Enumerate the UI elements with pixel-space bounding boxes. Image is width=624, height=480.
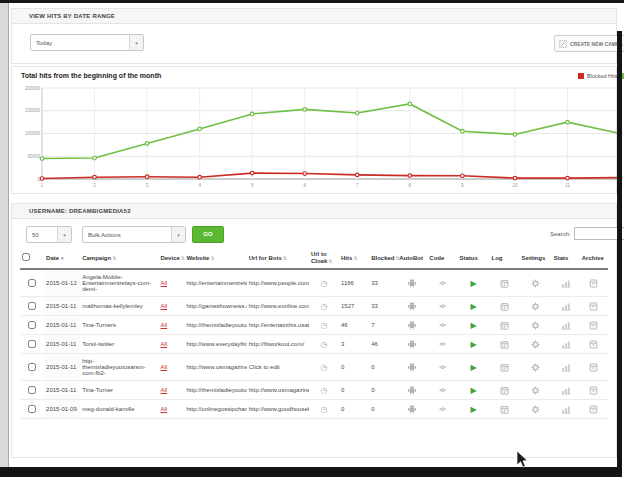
settings-gear-icon[interactable] — [531, 363, 540, 372]
status-active-icon[interactable]: ▶ — [470, 321, 476, 330]
log-icon[interactable] — [500, 279, 509, 288]
archive-icon[interactable] — [589, 321, 598, 330]
device-link[interactable]: All — [160, 406, 167, 412]
page-size-select[interactable]: 50 ▾ — [26, 226, 72, 243]
cell-log[interactable] — [490, 400, 520, 419]
cell-settings[interactable] — [520, 269, 552, 297]
stats-chart-icon[interactable] — [561, 279, 571, 288]
cell-log[interactable] — [490, 316, 520, 335]
code-icon[interactable]: </> — [439, 364, 445, 370]
date-range-select[interactable]: Today ▾ — [30, 34, 144, 51]
cell-stats[interactable] — [552, 316, 580, 335]
settings-gear-icon[interactable] — [531, 279, 540, 288]
column-header-url-to-cloak[interactable]: Url to Cloak⇅ — [309, 248, 339, 269]
cell-archive[interactable] — [580, 269, 608, 297]
log-icon[interactable] — [500, 363, 509, 372]
stats-chart-icon[interactable] — [561, 386, 571, 395]
column-header-date[interactable]: Date▼ — [44, 248, 80, 269]
cell-status[interactable]: ▶ — [457, 400, 489, 419]
settings-gear-icon[interactable] — [531, 386, 540, 395]
log-icon[interactable] — [500, 321, 509, 330]
archive-icon[interactable] — [589, 302, 598, 311]
cell-log[interactable] — [490, 381, 520, 400]
cell-stats[interactable] — [552, 400, 580, 419]
cell-log[interactable] — [490, 269, 520, 297]
cell-stats[interactable] — [552, 354, 580, 381]
log-icon[interactable] — [500, 340, 509, 349]
row-checkbox[interactable] — [28, 302, 36, 310]
cell-code[interactable]: </> — [427, 269, 457, 297]
cell-status[interactable]: ▶ — [457, 297, 489, 316]
code-icon[interactable]: </> — [439, 406, 445, 412]
cell-stats[interactable] — [552, 381, 580, 400]
cell-stats[interactable] — [552, 297, 580, 316]
archive-icon[interactable] — [589, 386, 598, 395]
device-link[interactable]: All — [160, 322, 167, 328]
cell-settings[interactable] — [520, 297, 552, 316]
column-header-campaign[interactable]: Campaign⇅ — [80, 248, 158, 269]
cell-status[interactable]: ▶ — [457, 335, 489, 354]
settings-gear-icon[interactable] — [531, 340, 540, 349]
status-active-icon[interactable]: ▶ — [470, 363, 476, 372]
device-link[interactable]: All — [160, 364, 167, 370]
cell-stats[interactable] — [552, 269, 580, 297]
log-icon[interactable] — [500, 405, 509, 414]
log-icon[interactable] — [500, 302, 509, 311]
cell-settings[interactable] — [520, 316, 552, 335]
cell-code[interactable]: </> — [427, 354, 457, 381]
create-new-campaign-button[interactable]: CREATE NEW CAMPA — [554, 35, 624, 52]
archive-icon[interactable] — [589, 279, 598, 288]
status-active-icon[interactable]: ▶ — [470, 405, 476, 414]
row-checkbox[interactable] — [28, 405, 36, 413]
go-button[interactable]: GO — [192, 226, 224, 243]
settings-gear-icon[interactable] — [531, 405, 540, 414]
row-checkbox[interactable] — [28, 340, 36, 348]
cell-archive[interactable] — [580, 381, 608, 400]
cell-code[interactable]: </> — [427, 316, 457, 335]
cell-log[interactable] — [490, 354, 520, 381]
row-checkbox[interactable] — [28, 363, 36, 371]
column-header-url-for-bots[interactable]: Url for Bots⇅ — [247, 248, 309, 269]
column-header-hits[interactable]: Hits⇅ — [339, 248, 369, 269]
row-checkbox[interactable] — [28, 321, 36, 329]
archive-icon[interactable] — [589, 405, 598, 414]
select-all-checkbox[interactable] — [22, 253, 30, 261]
cell-settings[interactable] — [520, 335, 552, 354]
cell-archive[interactable] — [580, 297, 608, 316]
code-icon[interactable]: </> — [439, 280, 445, 286]
code-icon[interactable]: </> — [439, 387, 445, 393]
bulk-actions-select[interactable]: Bulk Actions ▾ — [82, 226, 186, 243]
cell-stats[interactable] — [552, 335, 580, 354]
cell-code[interactable]: </> — [427, 335, 457, 354]
status-active-icon[interactable]: ▶ — [470, 279, 476, 288]
code-icon[interactable]: </> — [439, 341, 445, 347]
status-active-icon[interactable]: ▶ — [470, 340, 476, 349]
device-link[interactable]: All — [160, 280, 167, 286]
cell-settings[interactable] — [520, 381, 552, 400]
column-header-device[interactable]: Device⇅ — [158, 248, 184, 269]
cell-status[interactable]: ▶ — [457, 316, 489, 335]
cell-archive[interactable] — [580, 400, 608, 419]
status-active-icon[interactable]: ▶ — [470, 302, 476, 311]
device-link[interactable]: All — [160, 303, 167, 309]
device-link[interactable]: All — [160, 387, 167, 393]
stats-chart-icon[interactable] — [561, 340, 571, 349]
cell-status[interactable]: ▶ — [457, 269, 489, 297]
log-icon[interactable] — [500, 386, 509, 395]
settings-gear-icon[interactable] — [531, 302, 540, 311]
cell-archive[interactable] — [580, 316, 608, 335]
archive-icon[interactable] — [589, 363, 598, 372]
cell-log[interactable] — [490, 297, 520, 316]
device-link[interactable]: All — [160, 341, 167, 347]
status-active-icon[interactable]: ▶ — [470, 386, 476, 395]
code-icon[interactable]: </> — [439, 322, 445, 328]
column-header-blocked[interactable]: Blocked⇅ — [369, 248, 397, 269]
row-checkbox[interactable] — [28, 386, 36, 394]
cell-code[interactable]: </> — [427, 297, 457, 316]
column-header-website[interactable]: Website⇅ — [185, 248, 247, 269]
stats-chart-icon[interactable] — [561, 363, 571, 372]
stats-chart-icon[interactable] — [561, 302, 571, 311]
row-checkbox[interactable] — [28, 279, 36, 287]
cell-code[interactable]: </> — [427, 400, 457, 419]
cell-log[interactable] — [490, 335, 520, 354]
